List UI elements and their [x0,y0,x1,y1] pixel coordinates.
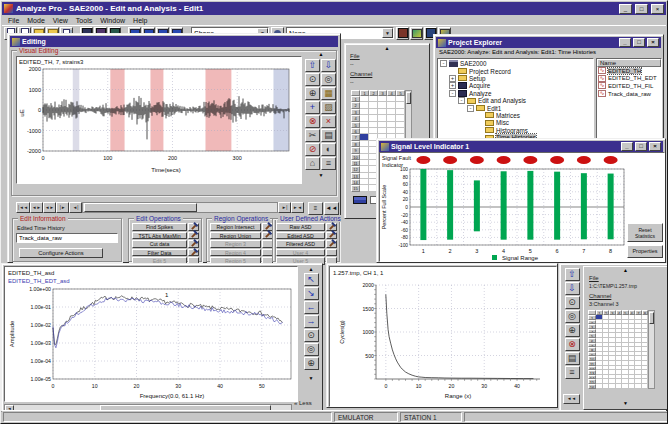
rewind-button[interactable]: ◄◄ [563,394,580,404]
cycles-chart[interactable]: 5001000150020000102030401.257.tmp, CH 1,… [329,266,557,407]
list-item-edited-th-edt[interactable]: ∿EDITED_TH_EDT [597,75,661,83]
time-history-chart[interactable]: 200010000-1000-20000100200300EDITED_TH, … [16,56,302,184]
expand-icon[interactable]: + [449,82,456,89]
br-scroll-down-icon[interactable]: ▼ [584,401,667,406]
pe-minimize-button[interactable]: _ [619,38,631,47]
wave-scroll-button-r0[interactable]: ►| [278,202,291,213]
print-button[interactable]: ≡ [565,366,580,379]
pe-maximize-button[interactable]: □ [633,38,645,47]
cut-region-button[interactable]: ✂ [305,129,320,142]
configure-actions-button[interactable]: Configure Actions [19,248,103,258]
delete-region-button[interactable]: ⊗ [305,115,320,128]
collapse-icon[interactable]: - [458,97,465,104]
grid-scrollbar[interactable] [648,310,655,389]
wave-scroll-button-0[interactable]: |◄◄ [16,202,30,213]
reset-statistics-button[interactable]: Reset Statistics [627,223,663,242]
close-button[interactable]: × [651,4,664,14]
pan-left-button[interactable]: ← [304,301,319,314]
palette-scroll-up-icon[interactable]: ▲ [305,52,337,57]
collapse-icon[interactable]: - [467,105,474,112]
fit-region-button[interactable]: ▦ [321,87,336,100]
list-item-edited-th-fil[interactable]: ∿EDITED_TH_FIL [597,82,661,90]
list-item-edited-th[interactable]: ∿EDITED_TH [597,67,661,75]
bl-palette-up-icon[interactable]: ▲ [301,267,321,272]
zoom-in-button[interactable]: ⊙ [565,296,580,309]
wave-scroll-button-4[interactable]: ◄| [69,202,82,213]
menu-view[interactable]: View [49,17,72,24]
grid-table[interactable]: 1234567812345678910111213141516 [588,310,648,389]
cycles-plot[interactable]: 5001000150020000102030401.257.tmp, CH 1,… [330,267,556,406]
sig-close-button[interactable]: × [649,142,661,151]
grid-row-header[interactable]: 16 [588,384,596,389]
filter-data-button[interactable]: Filter Data [132,249,187,257]
tree-item-project-record[interactable]: Project Record [438,67,593,74]
run-action-button[interactable] [396,27,409,40]
pan-mode-button[interactable] [410,27,423,40]
expand-icon[interactable]: + [449,75,456,82]
tree-item-acquire[interactable]: +Acquire [438,82,593,89]
menu-file[interactable]: File [4,17,23,24]
filtered-asd-button[interactable]: Filtered ASD [276,240,325,248]
signal-level-chart[interactable]: -100-80-60-40-2002040608010012345678Perc… [380,153,664,261]
wave-scroll-thumb[interactable] [84,203,196,212]
sig-minimize-button[interactable]: _ [621,142,633,151]
find-spikes-button[interactable]: Find Spikes [132,223,187,231]
pan-down-right-button[interactable]: ↘ [304,287,319,300]
wave-scroll-button-1[interactable]: ◄► [30,202,43,213]
menu-window[interactable]: Window [96,17,129,24]
less-button[interactable]: « Less [294,400,324,406]
tree-item-histograms[interactable]: Histograms [438,127,593,134]
maximize-button[interactable]: □ [635,4,648,14]
tree-item-setup[interactable]: +Setup [438,75,593,82]
crosshair-button[interactable]: + [305,101,320,114]
delete-region-button[interactable]: ⊗ [565,338,580,351]
bl-palette-down-icon[interactable]: ▼ [301,376,321,381]
cancel-edit-button[interactable]: × [321,115,336,128]
wave-scroll-track[interactable] [82,202,278,213]
list-view-button[interactable]: ▤ [565,352,580,365]
asd-chart[interactable]: 1.00e+001.00e-011.00e-021.00e-031.00e-04… [4,266,298,402]
list-item-track-data-raw[interactable]: ∿Track_data_raw [597,90,661,98]
zoom-in-button[interactable]: ⊙ [305,73,320,86]
grid-scroll-thumb[interactable] [406,92,411,104]
palette-scroll-down-icon[interactable]: ▼ [305,173,337,178]
panel-scroll-up-icon[interactable]: ▲ [345,46,429,51]
scroll-down-button[interactable]: ⇩ [321,59,336,72]
zoom-in-button[interactable]: ⊙ [304,329,319,342]
sig-maximize-button[interactable]: □ [635,142,647,151]
tree-item-edit1[interactable]: -Edit1 [438,104,593,111]
center-view-button[interactable]: ⊕ [305,87,320,100]
invert-region-button[interactable]: ◐ [321,143,336,156]
waveform-scrollbar[interactable]: |◄◄◄►◄►|►◄|►|►◄ [16,202,304,213]
tree-item-edit-and-analysis[interactable]: -Edit and Analysis [438,97,593,104]
tree-item-sae2000[interactable]: -SAE2000 [438,60,593,67]
list-header-name[interactable]: Name [597,59,661,67]
zoom-out-button[interactable]: ◎ [321,73,336,86]
cut-data-action-button[interactable] [188,240,199,248]
palette-extra-1-button[interactable]: ◄◄ [324,202,339,215]
menu-help[interactable]: Help [129,17,151,24]
br-scroll-up-icon[interactable]: ▲ [584,268,667,273]
project-explorer-title-bar[interactable]: Project Explorer _ □ × [436,37,661,48]
time-history-plot[interactable]: 200010000-1000-20000100200300EDITED_TH, … [17,57,301,183]
center-view-button[interactable]: ⊕ [304,357,319,370]
tree-item-matrices[interactable]: Matrices [438,112,593,119]
filtered-asd-action-button[interactable] [326,240,337,248]
menu-tools[interactable]: Tools [72,17,96,24]
signal-indicator-title-bar[interactable]: Signal Level Indicator 1 _ □ × [379,141,663,152]
scroll-up-button[interactable]: ⇧ [565,268,580,281]
pan-right-button[interactable]: → [304,315,319,328]
disable-region-button[interactable]: ⊘ [305,143,320,156]
list-regions-button[interactable]: ▤ [321,129,336,142]
raw-asd-button[interactable]: Raw ASD [276,223,325,231]
editing-title-bar[interactable]: Editing [10,36,338,47]
tstl-abs-maxmin-button[interactable]: TSTL Abs MaxMin [132,232,187,240]
scroll-up-button[interactable]: ⇧ [305,59,320,72]
edited-asd-button[interactable]: Edited ASD [276,232,325,240]
grid-cell[interactable] [360,185,369,191]
none-combo-dropdown-icon[interactable]: ▼ [382,28,393,38]
edited-time-history-input[interactable] [16,233,118,243]
tstl-abs-maxmin-action-button[interactable] [188,232,199,240]
filter-data-action-button[interactable] [188,249,199,257]
palette-extra-0-button[interactable]: ≡ [308,202,323,215]
